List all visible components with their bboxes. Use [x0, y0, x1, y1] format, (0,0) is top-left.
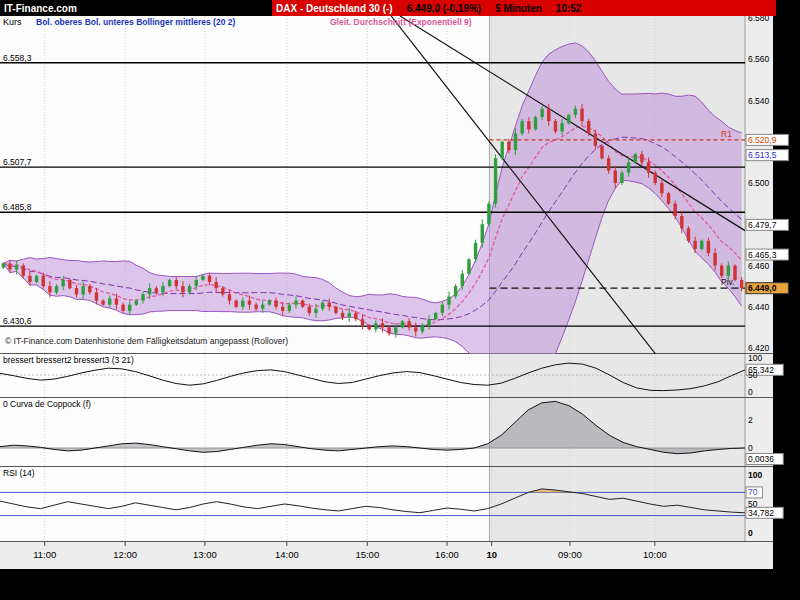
svg-text:10:00: 10:00: [643, 549, 667, 560]
svg-text:0: 0: [748, 387, 753, 397]
svg-text:bressert bressert2 bressert3 (: bressert bressert2 bressert3 (3 21): [3, 355, 134, 365]
coppock-indicator-panel[interactable]: 0 Curva de Coppock (f)200,0036: [0, 398, 800, 467]
price-chart-panel[interactable]: 6.558,36.507,76.485,86.430,6R1Piv.KursBo…: [0, 16, 800, 354]
svg-text:0: 0: [748, 528, 753, 538]
svg-text:2: 2: [748, 415, 753, 425]
svg-text:0: 0: [748, 443, 753, 453]
svg-text:14:00: 14:00: [275, 549, 299, 560]
svg-text:11:00: 11:00: [33, 549, 56, 560]
svg-text:16:00: 16:00: [435, 549, 459, 560]
svg-text:RSI (14): RSI (14): [3, 468, 35, 478]
svg-text:Piv.: Piv.: [721, 277, 735, 287]
svg-text:70: 70: [748, 487, 758, 497]
svg-text:6.507,7: 6.507,7: [3, 157, 32, 167]
svg-text:34,782: 34,782: [748, 508, 774, 518]
svg-text:6.479,7: 6.479,7: [748, 220, 777, 230]
time-axis: 11:0012:0013:0014:0015:0016:001009:0010:…: [0, 542, 800, 571]
svg-text:6.485,8: 6.485,8: [3, 202, 32, 212]
svg-text:6.460: 6.460: [748, 261, 770, 271]
svg-text:R1: R1: [721, 129, 732, 139]
quote-price-change: 6.449,0 (-0,19%): [407, 3, 482, 14]
svg-text:12:00: 12:00: [113, 549, 137, 560]
svg-text:6.500: 6.500: [748, 178, 770, 188]
svg-text:6.465,3: 6.465,3: [748, 250, 777, 260]
svg-text:100: 100: [748, 354, 762, 363]
svg-text:10: 10: [486, 549, 497, 560]
instrument-title-bar: DAX - Deutschland 30 (-) 6.449,0 (-0,19%…: [272, 0, 776, 16]
svg-text:6.440: 6.440: [748, 302, 770, 312]
svg-text:Bol. oberes Bol. unteres Bolli: Bol. oberes Bol. unteres Bollinger mittl…: [36, 17, 235, 27]
svg-text:6.558,3: 6.558,3: [3, 53, 32, 63]
svg-text:6.430,6: 6.430,6: [3, 316, 32, 326]
svg-text:15:00: 15:00: [355, 549, 379, 560]
chart-application-window: IT-Finance.com DAX - Deutschland 30 (-) …: [0, 0, 800, 600]
rsi-indicator-panel[interactable]: RSI (14)100705034,7820: [0, 467, 800, 542]
svg-text:Kurs: Kurs: [3, 17, 22, 27]
svg-text:6.513,5: 6.513,5: [748, 150, 777, 160]
svg-text:09:00: 09:00: [558, 549, 582, 560]
timeframe-label: 5 Minuten: [495, 3, 542, 14]
svg-text:Gleit. Durchschnitt (Exponenti: Gleit. Durchschnitt (Exponentiell 9): [330, 17, 472, 27]
svg-text:0,0036: 0,0036: [748, 454, 774, 464]
svg-text:6.420: 6.420: [748, 343, 770, 353]
svg-text:6.560: 6.560: [748, 54, 770, 64]
top-bar: IT-Finance.com DAX - Deutschland 30 (-) …: [0, 0, 800, 16]
svg-text:6.580: 6.580: [748, 16, 770, 23]
svg-text:6.449,0: 6.449,0: [748, 283, 777, 293]
bressert-indicator-panel[interactable]: bressert bressert2 bressert3 (3 21)10065…: [0, 354, 800, 398]
svg-text:6.520,9: 6.520,9: [748, 135, 777, 145]
instrument-name: DAX - Deutschland 30 (-): [276, 3, 393, 14]
brand-label: IT-Finance.com: [0, 3, 272, 14]
svg-text:6.540: 6.540: [748, 96, 770, 106]
svg-text:100: 100: [748, 470, 762, 480]
clock-label: 10:52: [556, 3, 582, 14]
svg-text:50: 50: [748, 370, 758, 380]
svg-text:13:00: 13:00: [193, 549, 217, 560]
svg-text:0 Curva de Coppock (f): 0 Curva de Coppock (f): [3, 399, 91, 409]
svg-text:© IT-Finance.com Datenhistorie: © IT-Finance.com Datenhistorie dem Fälli…: [5, 336, 288, 346]
